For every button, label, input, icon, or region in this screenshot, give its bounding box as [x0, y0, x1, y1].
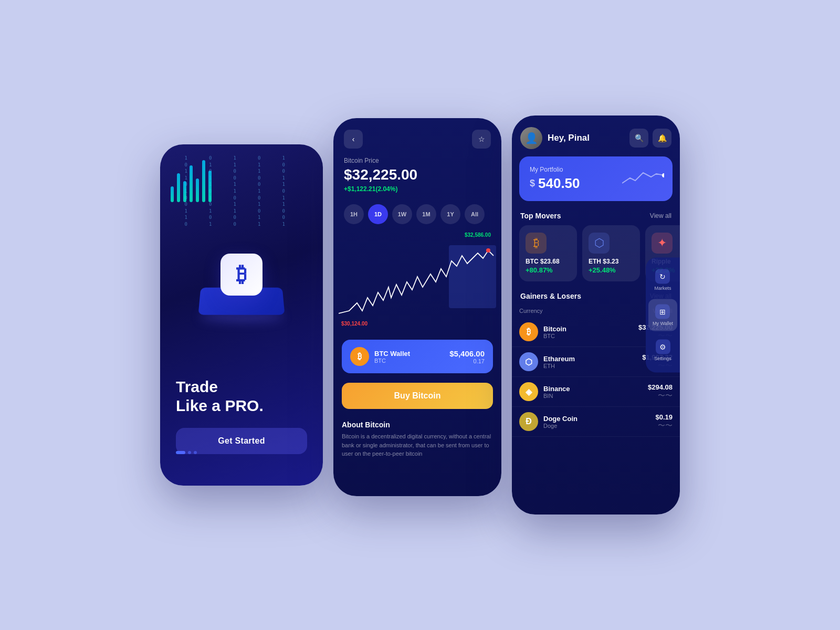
filter-1d[interactable]: 1D [368, 204, 388, 224]
btc-icon: ₿ [519, 322, 538, 341]
hero-headline: TradeLike a PRO. [176, 377, 307, 415]
mover-eth-icon: ⬡ [589, 233, 610, 254]
bnb-icon: ◈ [519, 382, 538, 401]
doge-name: Doge Coin [543, 415, 655, 423]
wallet-usd-amount: $5,406.00 [449, 349, 485, 358]
filter-1h[interactable]: 1H [344, 204, 364, 224]
doge-icon: Ð [519, 412, 538, 431]
phone-bitcoin-price: ‹ ☆ Bitcoin Price $32,225.00 +$1,122.21(… [333, 118, 501, 496]
btc-details: Bitcoin BTC [543, 325, 638, 339]
mover-xrp-icon: ✦ [652, 233, 673, 254]
mover-eth-change: +25.48% [589, 266, 634, 274]
chart-low-label: $30,124.00 [341, 321, 368, 327]
gainers-title: Gainers & Losers [520, 292, 581, 300]
buy-bitcoin-button[interactable]: Buy Bitcoin [342, 383, 493, 409]
about-section: About Bitcoin Bitcoin is a decentralized… [333, 413, 501, 463]
user-greeting: Hey, Pinal [548, 133, 590, 143]
wallet-details: BTC Wallet BTC [374, 350, 410, 364]
price-chart: $32,586.00 $30,124.00 [339, 229, 496, 334]
svg-point-1 [486, 248, 490, 253]
wallet-amount-block: $5,406.00 0.17 [449, 349, 485, 364]
top-movers-title: Top Movers [520, 212, 561, 220]
markets-icon: ↻ [655, 269, 670, 284]
notification-button[interactable]: 🔔 [653, 129, 671, 148]
eth-details: Ethareum ETH [543, 355, 642, 369]
chart-high-label: $32,586.00 [465, 232, 491, 238]
eth-name: Ethareum [543, 355, 642, 363]
about-text: Bitcoin is a decentralized digital curre… [342, 432, 493, 458]
price-label: Bitcoin Price [344, 157, 491, 164]
avatar: 👤 [520, 127, 542, 149]
svg-rect-0 [449, 245, 496, 308]
filter-all[interactable]: All [465, 204, 485, 224]
doge-price-block: $0.19 〜〜 [655, 413, 673, 430]
bnb-name: Binance [543, 385, 648, 393]
filter-1y[interactable]: 1Y [440, 204, 460, 224]
nav-wallet[interactable]: ⊞ My Wallet [648, 299, 677, 331]
currency-symbol: $ [530, 178, 535, 189]
phones-container: 10110100110 01011010101 11001101100 0110… [160, 116, 680, 514]
nav-markets[interactable]: ↻ Markets [650, 264, 675, 296]
mover-btc-change: +80.87% [526, 266, 571, 274]
phone-dashboard: 👤 Hey, Pinal 🔍 🔔 My Portfolio $ 540.50 [512, 116, 680, 514]
portfolio-value: 540.50 [538, 175, 580, 192]
nav-settings[interactable]: ⚙ Settings [650, 334, 676, 366]
portfolio-wave [622, 167, 664, 191]
back-button[interactable]: ‹ [344, 130, 363, 149]
doge-wave: 〜〜 [655, 421, 673, 430]
currency-col-header: Currency [519, 308, 543, 314]
currency-row-doge[interactable]: Ð Doge Coin Doge $0.19 〜〜 [512, 407, 680, 437]
bnb-price: $294.08 [648, 383, 673, 391]
phone2-header: ‹ ☆ [333, 118, 501, 157]
filter-1w[interactable]: 1W [392, 204, 412, 224]
hero-area: 10110100110 01011010101 11001101100 0110… [160, 144, 323, 383]
phone-onboarding: 10110100110 01011010101 11001101100 0110… [160, 144, 323, 486]
doge-ticker: Doge [543, 423, 655, 429]
doge-details: Doge Coin Doge [543, 415, 655, 429]
mover-btc[interactable]: ₿ BTC $23.68 +80.87% [519, 225, 577, 281]
markets-label: Markets [654, 286, 671, 291]
bnb-wave: 〜〜 [648, 391, 673, 401]
top-movers-view-all[interactable]: View all [650, 212, 671, 219]
bnb-price-block: $294.08 〜〜 [648, 383, 673, 401]
wallet-icon: ⊞ [655, 304, 670, 319]
price-value: $32,225.00 [344, 166, 491, 183]
header-icons: 🔍 🔔 [629, 129, 671, 148]
currency-row-bnb[interactable]: ◈ Binance BIN $294.08 〜〜 [512, 377, 680, 407]
price-change: +$1,122.21(2.04%) [344, 185, 491, 193]
btc-3d-visual: ₿ [173, 196, 310, 332]
btc-name: Bitcoin [543, 325, 638, 333]
user-info: 👤 Hey, Pinal [520, 127, 590, 149]
mover-eth-name: ETH $3.23 [589, 258, 634, 265]
bnb-ticker: BIN [543, 393, 648, 399]
star-button[interactable]: ☆ [472, 130, 491, 149]
dashboard-header: 👤 Hey, Pinal 🔍 🔔 [512, 116, 680, 156]
wallet-name: BTC Wallet [374, 350, 410, 358]
filter-1m[interactable]: 1M [416, 204, 436, 224]
eth-icon: ⬡ [519, 352, 538, 371]
doge-price: $0.19 [655, 413, 673, 421]
wallet-btc-icon: ₿ [350, 347, 369, 366]
svg-point-2 [662, 173, 664, 177]
get-started-button[interactable]: Get Started [176, 428, 307, 454]
top-movers-header: Top Movers View all [512, 208, 680, 225]
wallet-type: BTC [374, 358, 410, 364]
mover-btc-icon: ₿ [526, 233, 547, 254]
wallet-info-left: ₿ BTC Wallet BTC [350, 347, 410, 366]
wallet-btc-amount: 0.17 [449, 358, 485, 364]
price-section: Bitcoin Price $32,225.00 +$1,122.21(2.04… [333, 157, 501, 199]
onboarding-text: TradeLike a PRO. Get Started [160, 377, 323, 465]
bnb-details: Binance BIN [543, 385, 648, 399]
wallet-label: My Wallet [653, 321, 673, 326]
time-filter-bar: 1H 1D 1W 1M 1Y All [333, 199, 501, 229]
portfolio-card: My Portfolio $ 540.50 [519, 156, 673, 201]
wallet-card: ₿ BTC Wallet BTC $5,406.00 0.17 [342, 340, 493, 373]
mover-btc-name: BTC $23.68 [526, 258, 571, 265]
about-title: About Bitcoin [342, 421, 493, 429]
settings-label: Settings [654, 356, 671, 361]
search-button[interactable]: 🔍 [629, 129, 648, 148]
btc-ticker: BTC [543, 333, 638, 339]
bottom-nav: ↻ Markets ⊞ My Wallet ⚙ Settings [646, 258, 680, 373]
mover-eth[interactable]: ⬡ ETH $3.23 +25.48% [582, 225, 640, 281]
settings-icon: ⚙ [656, 340, 670, 354]
